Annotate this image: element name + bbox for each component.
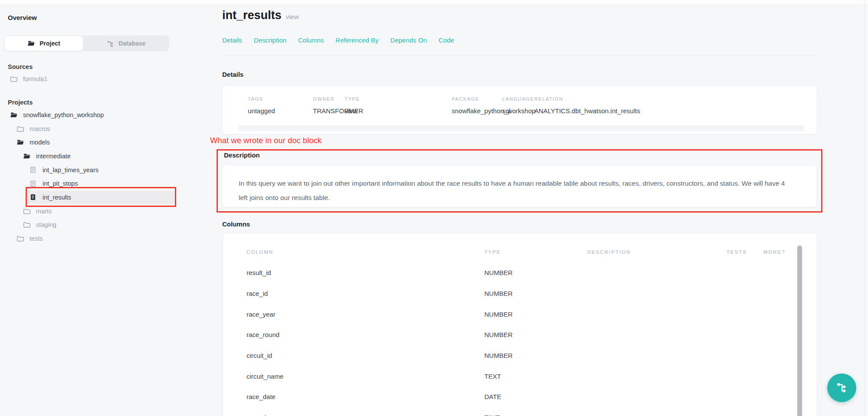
column-header: DESCRIPTION — [587, 249, 727, 255]
column-name-cell: race_round — [247, 331, 484, 338]
column-name-cell: race_id — [247, 290, 484, 297]
column-name-cell: circuit_name — [247, 373, 484, 380]
details-card: TAGS untagged OWNER TRANSFORMER TYPE vie… — [222, 85, 817, 134]
folder-open-icon — [16, 139, 24, 146]
database-toggle-label: Database — [118, 40, 145, 47]
folder-open-icon — [27, 40, 35, 47]
column-header: TYPE — [484, 249, 587, 255]
tree-item-label: tests — [30, 235, 43, 242]
tree-item-label: int_results — [43, 194, 71, 201]
tree-item[interactable]: models — [0, 135, 204, 149]
project-tree: snowflake_python_workshop macros models … — [0, 108, 204, 246]
overview-link[interactable]: Overview — [8, 14, 37, 21]
tree-item[interactable]: intermediate — [0, 149, 204, 163]
tree-item-label: models — [30, 139, 50, 146]
tab[interactable]: Referenced By — [335, 36, 378, 44]
folder-open-icon — [10, 111, 18, 118]
detail-field-value: snowflake_python_workshop — [452, 107, 502, 115]
folder-icon — [23, 221, 31, 228]
tree-item[interactable]: tests — [0, 232, 204, 246]
columns-card: COLUMNTYPEDESCRIPTIONTESTSMORE? result_i… — [223, 233, 817, 416]
detail-field-label: LANGUAGE — [502, 96, 534, 102]
column-type-cell: TIME — [484, 414, 587, 416]
column-row[interactable]: race_year NUMBER — [223, 304, 808, 324]
project-toggle-label: Project — [39, 40, 60, 47]
detail-field-label: TYPE — [345, 96, 452, 102]
sidebar: Overview Project Database Sources formul… — [0, 0, 204, 416]
column-name-cell: circuit_id — [247, 352, 484, 359]
folder-icon — [10, 75, 18, 82]
tree-item-label: intermediate — [36, 153, 71, 160]
materialization-type: view — [286, 13, 299, 20]
columns-heading: Columns — [222, 220, 250, 228]
column-type-cell: NUMBER — [484, 352, 587, 359]
tabs-divider — [222, 55, 817, 56]
folder-icon — [16, 235, 24, 242]
detail-field: OWNER TRANSFORMER — [313, 96, 345, 115]
column-row[interactable]: race_id NUMBER — [223, 283, 808, 304]
tree-item[interactable]: marts — [0, 204, 204, 218]
tree-item[interactable]: int_pit_stops — [0, 177, 204, 190]
column-row[interactable]: race_date DATE — [223, 387, 808, 407]
annotation-text: What we wrote in our doc block — [210, 136, 322, 145]
details-footer-strip — [238, 125, 804, 131]
sources-list: formula1 — [0, 72, 204, 85]
detail-field-label: PACKAGE — [452, 96, 502, 102]
tree-item[interactable]: int_lap_times_years — [0, 163, 204, 177]
tab[interactable]: Details — [222, 36, 242, 44]
details-fields: TAGS untagged OWNER TRANSFORMER TYPE vie… — [223, 86, 817, 115]
detail-field: TAGS untagged — [248, 96, 313, 115]
column-row[interactable]: race_time TIME — [223, 407, 808, 416]
tab[interactable]: Code — [439, 36, 454, 44]
columns-table-body: result_id NUMBER race_id NUMBER race_yea… — [223, 262, 808, 416]
detail-field: RELATION ANALYTICS.dbt_hwatson.int_resul… — [534, 96, 640, 115]
column-type-cell: NUMBER — [484, 290, 587, 297]
file-icon — [30, 180, 37, 187]
model-name: int_results — [222, 9, 282, 22]
tree-item[interactable]: snowflake_python_workshop — [0, 108, 204, 122]
details-heading: Details — [222, 71, 243, 78]
tab[interactable]: Depends On — [390, 36, 427, 44]
database-toggle-button[interactable]: Database — [83, 36, 169, 51]
file-icon — [30, 166, 37, 174]
tab[interactable]: Columns — [298, 36, 324, 44]
column-type-cell: TEXT — [484, 373, 587, 380]
window-scrollbar-track[interactable] — [864, 0, 865, 416]
tree-item-label: snowflake_python_workshop — [23, 111, 104, 118]
column-name-cell: race_time — [247, 414, 484, 416]
page-title: int_resultsview — [222, 9, 299, 22]
column-row[interactable]: circuit_name TEXT — [223, 366, 808, 387]
column-row[interactable]: circuit_id NUMBER — [223, 345, 808, 366]
detail-field-value: view — [345, 107, 452, 115]
projects-heading: Projects — [8, 99, 33, 106]
tree-item-label: int_pit_stops — [43, 180, 78, 187]
table-scrollbar-thumb[interactable] — [797, 246, 802, 416]
view-toggle: Project Database — [4, 36, 169, 51]
lineage-graph-icon — [836, 381, 848, 395]
tree-item[interactable]: staging — [0, 218, 204, 232]
folder-open-icon — [23, 153, 31, 160]
column-type-cell: NUMBER — [484, 311, 587, 318]
detail-field: TYPE view — [345, 96, 452, 115]
tree-item-label: marts — [36, 208, 52, 215]
tree-item-label: macros — [30, 125, 50, 132]
column-row[interactable]: result_id NUMBER — [223, 262, 808, 283]
column-header: COLUMN — [247, 249, 484, 255]
table-scrollbar-track[interactable] — [797, 244, 802, 416]
source-item[interactable]: formula1 — [0, 72, 204, 85]
column-row[interactable]: race_round NUMBER — [223, 324, 808, 345]
detail-field-value: TRANSFORMER — [313, 107, 345, 115]
folder-icon — [16, 125, 24, 132]
tree-item[interactable]: int_results — [0, 190, 204, 204]
tab[interactable]: Description — [254, 36, 286, 44]
tree-item[interactable]: macros — [0, 122, 204, 136]
description-card: In this query we want to join out other … — [222, 165, 817, 207]
column-type-cell: NUMBER — [484, 269, 587, 276]
source-item-label: formula1 — [23, 75, 47, 82]
detail-field-label: OWNER — [313, 96, 345, 102]
column-type-cell: DATE — [484, 393, 587, 400]
column-name-cell: race_date — [247, 393, 484, 400]
view-lineage-graph-button[interactable] — [827, 373, 856, 402]
project-toggle-button[interactable]: Project — [4, 36, 83, 51]
detail-field-value: sql — [502, 107, 534, 115]
